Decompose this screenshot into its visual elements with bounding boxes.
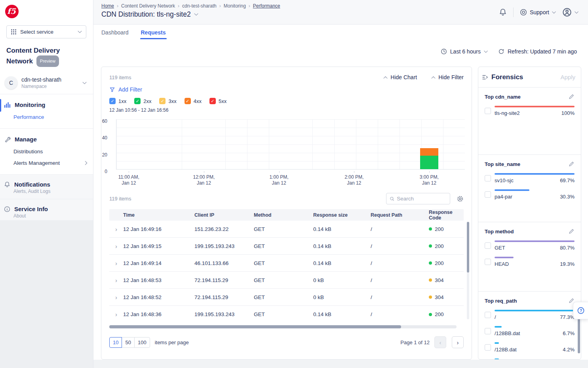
namespace-selector[interactable]: C cdn-test-sharath Namespace (0, 72, 93, 94)
clock-icon (441, 48, 447, 55)
tab-requests[interactable]: Requests (141, 29, 166, 39)
forensics-item-body: HEAD19.3% (495, 257, 575, 267)
status-filter-4xx[interactable]: 4xx (185, 98, 202, 104)
edit-pencil-button[interactable] (568, 93, 575, 100)
checkbox-checked-icon[interactable] (185, 98, 191, 104)
row-expand-icon[interactable]: › (109, 226, 123, 233)
table-row[interactable]: ›12 Jan 16:48:5272.194.115.29GET0 kB/304 (109, 289, 464, 306)
notifications-bell-button[interactable] (499, 8, 507, 16)
namespace-type-label: Namespace (21, 84, 78, 89)
sidebar-item-distributions[interactable]: Distributions (0, 146, 93, 157)
forensics-item-checkbox[interactable] (485, 108, 491, 114)
add-filter-button[interactable]: Add Filter (109, 86, 142, 93)
column-header[interactable]: Response size (313, 212, 371, 218)
forensics-item-value: 4.2% (563, 347, 575, 353)
sidebar-item-monitoring[interactable]: Monitoring (0, 98, 93, 111)
hide-chart-button[interactable]: Hide Chart (383, 74, 417, 80)
sidebar-item-manage[interactable]: Manage (0, 133, 93, 146)
status-filter-1xx[interactable]: 1xx (109, 98, 126, 104)
help-button[interactable]: ? (573, 302, 588, 319)
row-expand-icon[interactable]: › (109, 243, 123, 250)
cell-response_size: 0 kB (313, 294, 371, 300)
table-row[interactable]: ›12 Jan 16:48:36199.195.193.243GET0.14 k… (109, 306, 464, 323)
forensics-section: Top req_path/77.3%/128BB.dat6.7%/128B.da… (478, 292, 581, 360)
sidebar-item-notifications[interactable]: Notifications Alerts, Audit Logs (0, 175, 93, 199)
breadcrumb-item[interactable]: Performance (253, 3, 280, 9)
previous-page-button[interactable]: ‹ (434, 336, 446, 348)
support-menu[interactable]: Support (520, 9, 556, 16)
forensics-item-labels: pa4-par30.3% (495, 194, 575, 200)
table-header-row: TimeClient IPMethodResponse sizeRequest … (109, 209, 464, 221)
column-header[interactable]: Response Code (429, 210, 464, 221)
refresh-button[interactable]: Refresh: Updated 7 min ago (498, 48, 577, 55)
table-row[interactable]: ›12 Jan 16:48:5372.194.115.29GET0 kB/304 (109, 272, 464, 289)
table-settings-button[interactable] (457, 195, 464, 202)
edit-pencil-button[interactable] (568, 228, 575, 235)
forensics-item-checkbox[interactable] (485, 328, 491, 334)
checkbox-checked-icon[interactable] (209, 98, 216, 104)
search-input[interactable] (397, 196, 447, 202)
status-filter-2xx[interactable]: 2xx (134, 98, 151, 104)
active-indicator (0, 99, 1, 112)
forensics-section-header: Top site_name (485, 161, 575, 167)
x-axis-tick-label: 11:00 AM,Jan 12 (118, 174, 139, 186)
row-expand-icon[interactable]: › (109, 294, 123, 301)
bar-segment-4xx[interactable] (420, 148, 438, 156)
forensics-item-checkbox[interactable] (485, 312, 491, 318)
cell-request_path: / (371, 294, 429, 300)
account-menu[interactable] (562, 8, 578, 17)
page-size-50[interactable]: 50 (122, 337, 134, 348)
forensics-section: Top cdn_nametls-ng-site2100% (478, 88, 581, 155)
f5-logo[interactable]: f5 (5, 5, 19, 18)
status-filter-3xx[interactable]: 3xx (159, 98, 176, 104)
forensics-item-checkbox[interactable] (485, 175, 491, 181)
forensics-item-checkbox[interactable] (485, 191, 491, 198)
table-row[interactable]: ›12 Jan 16:49:1446.101.133.66GET0.14 kB/… (109, 255, 464, 272)
row-expand-icon[interactable]: › (109, 277, 123, 284)
column-header[interactable]: Client IP (194, 212, 254, 218)
collapse-panel-icon[interactable] (482, 74, 488, 80)
table-row[interactable]: ›12 Jan 16:49:15199.195.193.243GET0.14 k… (109, 238, 464, 255)
requests-chart: 020406011:00 AM,Jan 1212:00 PM,Jan 121:0… (109, 119, 465, 187)
checkbox-checked-icon[interactable] (134, 98, 141, 104)
apply-button[interactable]: Apply (560, 74, 575, 80)
column-header[interactable]: Request Path (371, 212, 429, 218)
forensics-sections: Top cdn_nametls-ng-site2100%Top site_nam… (478, 88, 581, 360)
page-title-dropdown[interactable]: CDN Distribution: tls-ng-site2 (101, 10, 198, 19)
next-page-button[interactable]: › (452, 336, 464, 348)
breadcrumb-item[interactable]: cdn-test-sharath (182, 3, 217, 9)
breadcrumb-item[interactable]: Home (101, 3, 114, 9)
column-header[interactable]: Time (123, 212, 194, 218)
forensics-item-checkbox[interactable] (485, 242, 491, 249)
page-size-100[interactable]: 100 (134, 337, 150, 348)
service-selector[interactable]: Select service (6, 25, 86, 38)
forensics-item-checkbox[interactable] (485, 259, 491, 265)
checkbox-checked-icon[interactable] (159, 98, 166, 104)
requests-panel: 119 items Hide Chart Hide Filter Add Fil… (101, 67, 472, 360)
table-horizontal-scrollbar[interactable] (109, 325, 457, 328)
column-header[interactable]: Method (254, 212, 313, 218)
status-filter-5xx[interactable]: 5xx (209, 98, 226, 104)
checkbox-checked-icon[interactable] (109, 98, 116, 104)
tab-dashboard[interactable]: Dashboard (101, 29, 129, 39)
scrollbar-thumb[interactable] (109, 325, 401, 328)
breadcrumb-item[interactable]: Monitoring (224, 3, 246, 9)
stacked-bar[interactable] (420, 148, 438, 169)
time-range-selector[interactable]: Last 6 hours (441, 48, 488, 55)
row-expand-icon[interactable]: › (109, 311, 123, 318)
table-row[interactable]: ›12 Jan 16:49:16151.236.23.22GET0.14 kB/… (109, 221, 464, 238)
sidebar-item-alerts-management[interactable]: Alerts Management (0, 157, 93, 169)
support-icon (520, 9, 527, 16)
breadcrumb-item[interactable]: Content Delivery Network (121, 3, 175, 9)
row-expand-icon[interactable]: › (109, 260, 123, 267)
hide-filter-button[interactable]: Hide Filter (431, 74, 464, 80)
sidebar-item-performance[interactable]: Performance (0, 111, 93, 123)
forensics-item-bar (495, 106, 575, 107)
forensics-item-checkbox[interactable] (485, 344, 491, 351)
table-vertical-scrollbar[interactable] (467, 222, 469, 319)
scrollbar-thumb[interactable] (467, 222, 469, 273)
edit-pencil-button[interactable] (568, 161, 575, 167)
page-size-10[interactable]: 10 (109, 337, 122, 348)
bar-segment-2xx[interactable] (420, 156, 438, 169)
forensics-scrollbar-thumb[interactable] (578, 318, 580, 353)
